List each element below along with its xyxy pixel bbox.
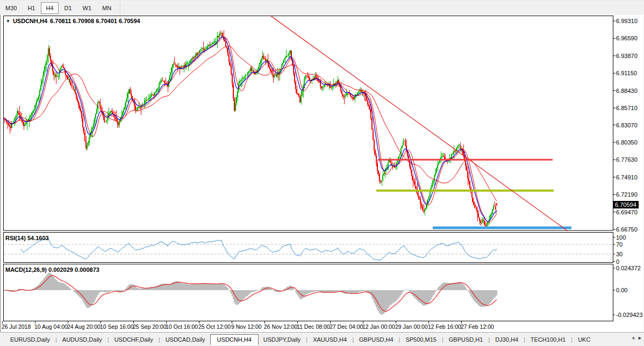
symbol-tab-gbpusd-h4[interactable]: GBPUSD,H4 <box>354 335 398 344</box>
price-axis-label: 6.66750 <box>616 226 638 233</box>
date-axis-label: 26 Nov 12:00 <box>264 323 297 330</box>
rsi-indicator-label: RSI(14) 54.1603 <box>5 235 49 241</box>
price-axis-label: 6.88430 <box>616 88 638 94</box>
date-axis-label: 9 Nov 12:00 <box>231 323 262 330</box>
timeframe-button-h4[interactable]: H4 <box>41 2 58 14</box>
price-axis-label: 6.96590 <box>616 35 638 41</box>
symbol-tab-usdcad-daily[interactable]: USDCAD,Daily <box>161 335 210 344</box>
chart-dropdown-icon[interactable]: ▼ <box>6 18 10 24</box>
price-axis-label: 6.72190 <box>616 191 638 198</box>
price-axis-label: 6.77630 <box>616 156 638 163</box>
symbol-tab-usdchf-daily[interactable]: USDCHF,Daily <box>110 335 158 344</box>
date-axis-label: 25 Oct 12:00 <box>198 323 231 330</box>
symbol-tab-eurusd-daily[interactable]: EURUSD,Daily <box>5 335 55 344</box>
macd-indicator-label: MACD(12,26,9) 0.002029 0.000873 <box>5 266 99 273</box>
date-axis-label: 27 Dec 04:00 <box>330 323 363 330</box>
symbol-tab-tech100-h1[interactable]: TECH100,H1 <box>526 335 570 344</box>
symbol-tab-dj30-h4[interactable]: DJ30,H4 <box>490 335 523 344</box>
symbol-tab-usdjpy-daily[interactable]: USDJPY,Daily <box>259 335 306 344</box>
date-axis-label: 27 Feb 12:00 <box>461 323 494 330</box>
rsi-axis-label: 70 <box>616 241 622 248</box>
date-axis-label: 26 Jul 2018 <box>2 323 31 330</box>
price-axis-label: 6.80350 <box>616 139 638 146</box>
rsi-axis-label: 0 <box>616 258 619 265</box>
toolbar-separator <box>120 3 120 13</box>
date-axis-label: 10 Oct 16:00 <box>166 323 198 330</box>
date-axis-label: 11 Dec 08:00 <box>297 323 330 330</box>
price-axis-label: 6.69470 <box>616 209 638 215</box>
tab-scroll-left-button[interactable]: ◄ <box>630 335 636 341</box>
symbol-tab-audusd-daily[interactable]: AUDUSD,Daily <box>58 335 107 344</box>
chart-title-ohlc: 6.70811 6.70908 6.70401 6.70594 <box>50 18 140 24</box>
symbol-tab-sp500-m15[interactable]: SP500,M15 <box>400 335 441 344</box>
macd-axis-label: 0.024372 <box>616 265 641 271</box>
symbol-tab-gbpusd-h1[interactable]: GBPUSD,H1 <box>444 335 488 344</box>
timeframe-button-h1[interactable]: H1 <box>23 2 40 14</box>
timeframe-toolbar: M30H1H4D1W1MN <box>0 0 644 15</box>
date-axis-label: 25 Sep 20:00 <box>133 323 166 330</box>
price-axis-label: 6.74910 <box>616 174 638 181</box>
tab-scroll-right-button[interactable]: ► <box>637 335 643 341</box>
macd-axis-label: 0.00 <box>616 287 627 293</box>
price-axis-label: 6.99310 <box>616 18 638 24</box>
price-chart-svg <box>0 0 644 346</box>
symbol-tabs: EURUSD,Daily|AUDUSD,Daily|USDCHF,Daily|U… <box>5 333 630 346</box>
timeframe-button-mn[interactable]: MN <box>97 2 116 14</box>
date-axis-label: 24 Aug 20:00 <box>67 323 101 330</box>
symbol-tab-xauusd-h4[interactable]: XAUUSD,H4 <box>308 335 352 344</box>
date-axis-label: 29 Jan 00:00 <box>395 323 428 330</box>
rsi-axis-label: 30 <box>616 251 622 257</box>
symbol-tabbar: EURUSD,Daily|AUDUSD,Daily|USDCHF,Daily|U… <box>0 332 644 346</box>
timeframe-button-m30[interactable]: M30 <box>1 2 22 14</box>
price-axis-label: 6.85710 <box>616 105 638 111</box>
rsi-axis-label: 100 <box>616 234 626 241</box>
current-price-marker: 6.70594 <box>613 201 639 208</box>
macd-axis-label: -0.029423 <box>616 312 643 318</box>
date-axis-label: 12 Feb 16:00 <box>428 323 461 330</box>
price-axis-label: 6.91150 <box>616 70 637 76</box>
date-axis-label: 10 Aug 04:00 <box>34 323 68 330</box>
mt4-chart-screen: M30H1H4D1W1MN ▼ USDCNH,H4 6.70811 6.7090… <box>0 0 644 346</box>
timeframe-button-d1[interactable]: D1 <box>60 2 77 14</box>
price-axis-label: 6.83070 <box>616 122 638 128</box>
timeframe-button-w1[interactable]: W1 <box>78 2 97 14</box>
date-axis-label: 10 Sep 16:00 <box>100 323 133 330</box>
chart-title: ▼ USDCNH,H4 6.70811 6.70908 6.70401 6.70… <box>6 18 140 24</box>
tab-scroll-nav: ◄ ► <box>630 335 643 341</box>
chart-title-symbol: USDCNH,H4 <box>13 18 47 24</box>
symbol-tab-usdcnh-h4[interactable]: USDCNH,H4 <box>210 334 259 345</box>
symbol-tab-ukc[interactable]: UKC <box>573 335 595 344</box>
price-axis-label: 6.93870 <box>616 53 638 59</box>
date-axis-label: 12 Jan 00:00 <box>362 323 395 330</box>
